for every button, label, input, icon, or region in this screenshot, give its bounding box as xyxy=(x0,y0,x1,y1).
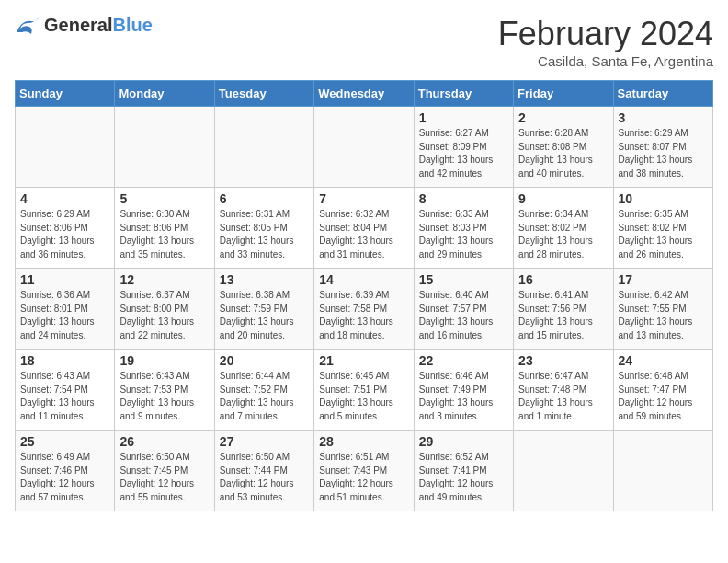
day-number: 14 xyxy=(319,272,408,287)
weekday-header-monday: Monday xyxy=(115,81,214,107)
weekday-header-sunday: Sunday xyxy=(16,81,115,107)
day-info: Sunrise: 6:45 AM Sunset: 7:51 PM Dayligh… xyxy=(319,370,408,423)
logo-general: General xyxy=(44,15,112,35)
day-info: Sunrise: 6:43 AM Sunset: 7:53 PM Dayligh… xyxy=(119,370,209,423)
day-info: Sunrise: 6:42 AM Sunset: 7:55 PM Dayligh… xyxy=(619,289,708,342)
calendar-day-16: 16Sunrise: 6:41 AM Sunset: 7:56 PM Dayli… xyxy=(514,269,613,350)
empty-day-cell xyxy=(514,431,613,511)
day-info: Sunrise: 6:35 AM Sunset: 8:02 PM Dayligh… xyxy=(619,208,708,261)
calendar-day-6: 6Sunrise: 6:31 AM Sunset: 8:05 PM Daylig… xyxy=(214,188,313,269)
logo: GeneralBlue xyxy=(15,15,153,36)
day-info: Sunrise: 6:37 AM Sunset: 8:00 PM Dayligh… xyxy=(119,289,209,342)
day-info: Sunrise: 6:50 AM Sunset: 7:45 PM Dayligh… xyxy=(119,451,209,504)
day-number: 6 xyxy=(220,191,309,206)
empty-day-cell xyxy=(314,107,414,188)
calendar-day-27: 27Sunrise: 6:50 AM Sunset: 7:44 PM Dayli… xyxy=(214,431,313,511)
calendar-day-13: 13Sunrise: 6:38 AM Sunset: 7:59 PM Dayli… xyxy=(214,269,313,350)
day-info: Sunrise: 6:30 AM Sunset: 8:06 PM Dayligh… xyxy=(119,208,209,261)
day-number: 12 xyxy=(119,272,209,287)
day-info: Sunrise: 6:46 AM Sunset: 7:49 PM Dayligh… xyxy=(419,370,508,423)
calendar-title: February 2024 xyxy=(498,15,713,53)
calendar-day-4: 4Sunrise: 6:29 AM Sunset: 8:06 PM Daylig… xyxy=(16,188,115,269)
empty-day-cell xyxy=(214,107,313,188)
day-number: 9 xyxy=(518,191,608,206)
calendar-week-row: 11Sunrise: 6:36 AM Sunset: 8:01 PM Dayli… xyxy=(16,269,713,350)
calendar-day-25: 25Sunrise: 6:49 AM Sunset: 7:46 PM Dayli… xyxy=(16,431,115,511)
day-number: 28 xyxy=(319,434,408,449)
calendar-day-8: 8Sunrise: 6:33 AM Sunset: 8:03 PM Daylig… xyxy=(414,188,513,269)
calendar-day-21: 21Sunrise: 6:45 AM Sunset: 7:51 PM Dayli… xyxy=(314,350,414,431)
logo-bird-icon xyxy=(15,16,40,36)
calendar-day-9: 9Sunrise: 6:34 AM Sunset: 8:02 PM Daylig… xyxy=(514,188,613,269)
calendar-day-3: 3Sunrise: 6:29 AM Sunset: 8:07 PM Daylig… xyxy=(613,107,712,188)
day-info: Sunrise: 6:29 AM Sunset: 8:07 PM Dayligh… xyxy=(619,127,708,180)
day-number: 1 xyxy=(419,110,508,125)
day-info: Sunrise: 6:51 AM Sunset: 7:43 PM Dayligh… xyxy=(319,451,408,504)
day-info: Sunrise: 6:34 AM Sunset: 8:02 PM Dayligh… xyxy=(518,208,608,261)
day-info: Sunrise: 6:43 AM Sunset: 7:54 PM Dayligh… xyxy=(20,370,109,423)
calendar-day-2: 2Sunrise: 6:28 AM Sunset: 8:08 PM Daylig… xyxy=(514,107,613,188)
weekday-header-wednesday: Wednesday xyxy=(314,81,414,107)
day-info: Sunrise: 6:36 AM Sunset: 8:01 PM Dayligh… xyxy=(20,289,109,342)
day-info: Sunrise: 6:39 AM Sunset: 7:58 PM Dayligh… xyxy=(319,289,408,342)
day-number: 10 xyxy=(619,191,708,206)
day-number: 24 xyxy=(619,353,708,368)
day-number: 13 xyxy=(220,272,309,287)
day-info: Sunrise: 6:38 AM Sunset: 7:59 PM Dayligh… xyxy=(220,289,309,342)
day-number: 5 xyxy=(119,191,209,206)
day-info: Sunrise: 6:50 AM Sunset: 7:44 PM Dayligh… xyxy=(220,451,309,504)
day-number: 17 xyxy=(619,272,708,287)
day-number: 27 xyxy=(220,434,309,449)
calendar-day-24: 24Sunrise: 6:48 AM Sunset: 7:47 PM Dayli… xyxy=(613,350,712,431)
day-info: Sunrise: 6:29 AM Sunset: 8:06 PM Dayligh… xyxy=(20,208,109,261)
day-info: Sunrise: 6:33 AM Sunset: 8:03 PM Dayligh… xyxy=(419,208,508,261)
day-info: Sunrise: 6:49 AM Sunset: 7:46 PM Dayligh… xyxy=(20,451,109,504)
day-number: 4 xyxy=(20,191,109,206)
calendar-day-26: 26Sunrise: 6:50 AM Sunset: 7:45 PM Dayli… xyxy=(115,431,214,511)
calendar-day-14: 14Sunrise: 6:39 AM Sunset: 7:58 PM Dayli… xyxy=(314,269,414,350)
calendar-day-20: 20Sunrise: 6:44 AM Sunset: 7:52 PM Dayli… xyxy=(214,350,313,431)
day-info: Sunrise: 6:27 AM Sunset: 8:09 PM Dayligh… xyxy=(419,127,508,180)
header: GeneralBlue February 2024 Casilda, Santa… xyxy=(15,15,713,69)
calendar-day-23: 23Sunrise: 6:47 AM Sunset: 7:48 PM Dayli… xyxy=(514,350,613,431)
calendar-day-7: 7Sunrise: 6:32 AM Sunset: 8:04 PM Daylig… xyxy=(314,188,414,269)
calendar-day-10: 10Sunrise: 6:35 AM Sunset: 8:02 PM Dayli… xyxy=(613,188,712,269)
calendar-table: SundayMondayTuesdayWednesdayThursdayFrid… xyxy=(15,80,713,511)
weekday-header-row: SundayMondayTuesdayWednesdayThursdayFrid… xyxy=(16,81,713,107)
calendar-week-row: 1Sunrise: 6:27 AM Sunset: 8:09 PM Daylig… xyxy=(16,107,713,188)
weekday-header-tuesday: Tuesday xyxy=(214,81,313,107)
day-number: 21 xyxy=(319,353,408,368)
weekday-header-thursday: Thursday xyxy=(414,81,513,107)
calendar-day-11: 11Sunrise: 6:36 AM Sunset: 8:01 PM Dayli… xyxy=(16,269,115,350)
day-number: 22 xyxy=(419,353,508,368)
weekday-header-saturday: Saturday xyxy=(613,81,712,107)
logo-blue: Blue xyxy=(112,15,152,35)
day-info: Sunrise: 6:48 AM Sunset: 7:47 PM Dayligh… xyxy=(619,370,708,423)
day-number: 23 xyxy=(518,353,608,368)
day-info: Sunrise: 6:31 AM Sunset: 8:05 PM Dayligh… xyxy=(220,208,309,261)
calendar-day-19: 19Sunrise: 6:43 AM Sunset: 7:53 PM Dayli… xyxy=(115,350,214,431)
title-area: February 2024 Casilda, Santa Fe, Argenti… xyxy=(498,15,713,69)
day-number: 2 xyxy=(518,110,608,125)
calendar-day-29: 29Sunrise: 6:52 AM Sunset: 7:41 PM Dayli… xyxy=(414,431,513,511)
calendar-week-row: 18Sunrise: 6:43 AM Sunset: 7:54 PM Dayli… xyxy=(16,350,713,431)
day-number: 26 xyxy=(119,434,209,449)
day-info: Sunrise: 6:47 AM Sunset: 7:48 PM Dayligh… xyxy=(518,370,608,423)
day-info: Sunrise: 6:41 AM Sunset: 7:56 PM Dayligh… xyxy=(518,289,608,342)
empty-day-cell xyxy=(613,431,712,511)
calendar-day-17: 17Sunrise: 6:42 AM Sunset: 7:55 PM Dayli… xyxy=(613,269,712,350)
empty-day-cell xyxy=(115,107,214,188)
day-number: 20 xyxy=(220,353,309,368)
calendar-day-5: 5Sunrise: 6:30 AM Sunset: 8:06 PM Daylig… xyxy=(115,188,214,269)
day-number: 25 xyxy=(20,434,109,449)
calendar-week-row: 4Sunrise: 6:29 AM Sunset: 8:06 PM Daylig… xyxy=(16,188,713,269)
day-number: 16 xyxy=(518,272,608,287)
day-number: 7 xyxy=(319,191,408,206)
day-info: Sunrise: 6:32 AM Sunset: 8:04 PM Dayligh… xyxy=(319,208,408,261)
day-number: 18 xyxy=(20,353,109,368)
day-info: Sunrise: 6:40 AM Sunset: 7:57 PM Dayligh… xyxy=(419,289,508,342)
day-info: Sunrise: 6:44 AM Sunset: 7:52 PM Dayligh… xyxy=(220,370,309,423)
calendar-day-1: 1Sunrise: 6:27 AM Sunset: 8:09 PM Daylig… xyxy=(414,107,513,188)
day-info: Sunrise: 6:52 AM Sunset: 7:41 PM Dayligh… xyxy=(419,451,508,504)
day-number: 8 xyxy=(419,191,508,206)
